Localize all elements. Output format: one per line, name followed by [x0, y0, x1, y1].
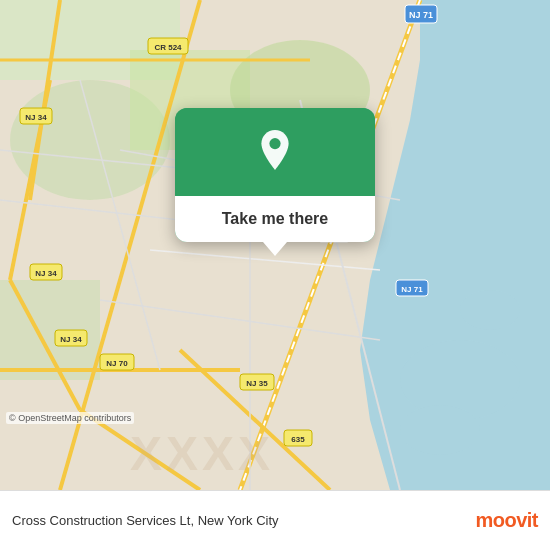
- svg-point-3: [460, 290, 520, 330]
- svg-text:NJ 35: NJ 35: [246, 379, 268, 388]
- map-attribution: © OpenStreetMap contributors: [6, 412, 134, 424]
- location-info-text: Cross Construction Services Lt, New York…: [12, 513, 475, 528]
- popup-icon-area: [175, 108, 375, 196]
- svg-text:NJ 71: NJ 71: [401, 285, 423, 294]
- svg-point-4: [400, 405, 480, 455]
- popup-tail: [263, 242, 287, 256]
- svg-text:635: 635: [291, 435, 305, 444]
- moovit-logo: moovit: [475, 509, 538, 532]
- svg-text:NJ 71: NJ 71: [409, 10, 433, 20]
- svg-text:NJ 34: NJ 34: [60, 335, 82, 344]
- location-pin-icon: [251, 130, 299, 178]
- svg-text:NJ 34: NJ 34: [25, 113, 47, 122]
- svg-text:XXXX: XXXX: [130, 427, 274, 480]
- moovit-logo-text: moovit: [475, 509, 538, 532]
- svg-text:NJ 34: NJ 34: [35, 269, 57, 278]
- svg-point-52: [269, 138, 280, 149]
- info-bar: Cross Construction Services Lt, New York…: [0, 490, 550, 550]
- svg-text:NJ 70: NJ 70: [106, 359, 128, 368]
- svg-text:CR 524: CR 524: [154, 43, 182, 52]
- popup-card: Take me there: [175, 108, 375, 242]
- map-container: NJ 71 CR 524 NJ 34 NJ 34 NJ 34 NJ 71 NJ …: [0, 0, 550, 490]
- popup-button-area[interactable]: Take me there: [175, 196, 375, 242]
- take-me-there-button[interactable]: Take me there: [222, 210, 328, 228]
- svg-point-2: [400, 340, 520, 420]
